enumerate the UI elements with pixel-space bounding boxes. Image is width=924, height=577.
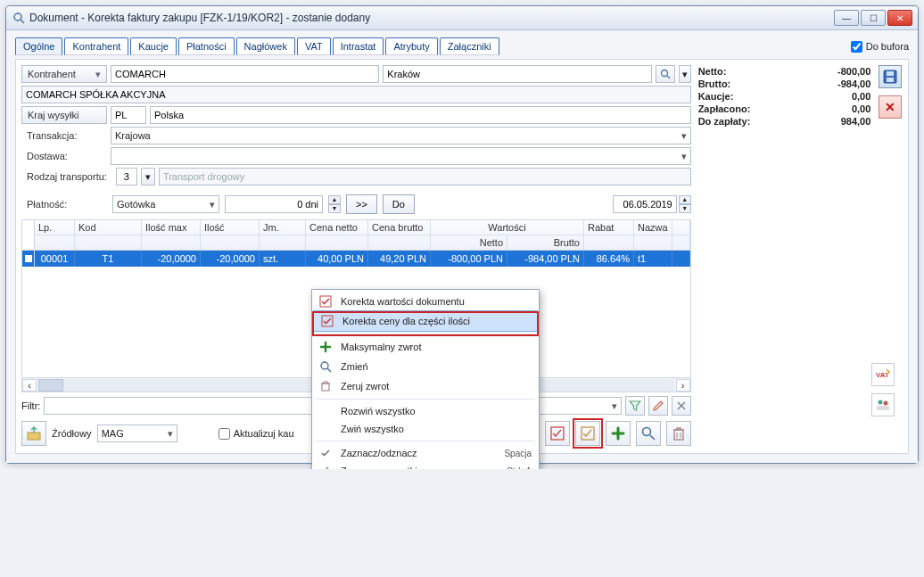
col-jm[interactable]: Jm. — [260, 220, 306, 235]
cell-wb: -984,00 PLN — [507, 251, 584, 267]
minimize-button[interactable]: — — [834, 10, 859, 26]
toolbar-btn-3-highlighted[interactable] — [575, 421, 600, 446]
ctx-zaznacz-shortcut: Spacja — [504, 449, 532, 458]
col-cena-brutto[interactable]: Cena brutto — [368, 220, 431, 235]
check-icon — [319, 315, 335, 327]
ctx-rozwin[interactable]: Rozwiń wszystko — [312, 402, 539, 420]
col-wart-brutto[interactable]: Brutto — [507, 235, 584, 250]
scroll-thumb[interactable] — [38, 379, 63, 392]
search-button[interactable] — [636, 421, 661, 446]
maximize-button[interactable]: ☐ — [861, 10, 886, 26]
app-window: Dokument - Korekta faktury zakupu [FZK-1… — [5, 5, 919, 464]
tab-kaucje[interactable]: Kaucje — [130, 37, 177, 55]
ctx-zaznacz[interactable]: Zaznacz/odznacz Spacja — [312, 444, 539, 462]
cancel-button[interactable]: ✕ — [879, 95, 902, 119]
rodzaj-dropdown-button[interactable]: ▾ — [141, 168, 155, 185]
svg-rect-4 — [28, 433, 40, 440]
tab-intrastat[interactable]: Intrastat — [333, 37, 384, 55]
cell-wn: -800,00 PLN — [431, 251, 507, 267]
kontrahent-search-button[interactable] — [656, 65, 675, 83]
col-wart-netto[interactable]: Netto — [431, 235, 507, 250]
save-button[interactable] — [879, 65, 902, 88]
grid-row-1[interactable]: 00001 T1 -20,0000 -20,0000 szt. 40,00 PL… — [22, 251, 690, 267]
svg-line-23 — [327, 368, 331, 372]
people-side-button[interactable] — [871, 393, 895, 416]
ctx-zmien-label: Zmień — [341, 361, 368, 372]
svg-point-2 — [661, 70, 667, 77]
tab-naglowek[interactable]: Nagłówek — [236, 37, 295, 55]
col-kod[interactable]: Kod — [75, 220, 142, 235]
export-button[interactable] — [21, 421, 46, 446]
ctx-zwin[interactable]: Zwiń wszystko — [312, 420, 539, 438]
ctx-zeruj[interactable]: Zeruj zwrot — [312, 376, 539, 396]
date-spinner[interactable]: ▲▼ — [679, 195, 691, 213]
scroll-left[interactable]: ‹ — [22, 379, 37, 392]
delete-button[interactable] — [666, 421, 691, 446]
ctx-maks-zwrot-label: Maksymalny zwrot — [341, 342, 421, 352]
date-input[interactable] — [613, 195, 677, 213]
ctx-zmien[interactable]: Zmień — [312, 357, 539, 376]
tab-vat[interactable]: VAT — [297, 37, 331, 55]
tab-kontrahent[interactable]: Kontrahent — [64, 37, 128, 55]
totals-dozaplaty-value: 984,00 — [841, 116, 871, 127]
totals-zaplacono-value: 0,00 — [852, 103, 870, 114]
add-button[interactable] — [606, 421, 631, 446]
kontrahent-city-input[interactable] — [383, 65, 651, 83]
do-bufora-label: Do bufora — [866, 41, 909, 52]
cell-rabat: 86.64% — [584, 251, 634, 267]
ctx-korekta-wartosci[interactable]: Korekta wartości dokumentu — [312, 292, 539, 311]
col-cena-netto[interactable]: Cena netto — [306, 220, 368, 235]
cell-nazwa: t1 — [634, 251, 672, 267]
tab-ogolne[interactable]: Ogólne — [15, 37, 62, 55]
scroll-right[interactable]: › — [676, 379, 690, 392]
next-button[interactable]: >> — [346, 194, 377, 214]
filter-build-button[interactable] — [672, 396, 691, 416]
do-button[interactable]: Do — [383, 194, 415, 214]
col-nazwa[interactable]: Nazwa — [634, 220, 672, 235]
mag-dropdown[interactable]: MAG▾ — [97, 425, 177, 442]
col-imax[interactable]: Ilość max — [142, 220, 201, 235]
aktualizuj-checkbox[interactable] — [219, 428, 230, 440]
platnosc-dni-input[interactable] — [225, 195, 323, 213]
row-selector[interactable] — [22, 251, 35, 267]
totals-kaucje-label: Kaucje: — [698, 91, 734, 102]
tab-zalaczniki[interactable]: Załączniki — [440, 37, 499, 55]
do-bufora-check[interactable]: Do bufora — [851, 41, 909, 53]
svg-text:VAT: VAT — [876, 371, 889, 379]
ctx-zaznacz-wszystkie[interactable]: Zaznacz wszystkie Ctrl+A — [312, 462, 539, 469]
filter-funnel-button[interactable] — [625, 396, 645, 416]
kontrahent-name-input[interactable] — [111, 65, 379, 83]
kontrahent-dropdown-button[interactable]: ▾ — [679, 65, 691, 83]
ctx-zwin-label: Zwiń wszystko — [341, 424, 404, 434]
filter-edit-button[interactable] — [648, 396, 668, 416]
svg-rect-13 — [887, 71, 894, 76]
do-bufora-checkbox[interactable] — [851, 41, 862, 53]
aktualizuj-check[interactable]: Aktualizuj kau — [219, 428, 294, 440]
kraj-name-input[interactable] — [150, 106, 691, 124]
kontrahent-picker-button[interactable]: Kontrahent ▾ — [21, 65, 107, 83]
tab-atrybuty[interactable]: Atrybuty — [385, 37, 437, 55]
transakcja-dropdown[interactable]: Krajowa ▾ — [111, 127, 691, 144]
col-lp[interactable]: Lp. — [35, 220, 75, 235]
kraj-code-input[interactable] — [111, 106, 146, 124]
svg-rect-18 — [877, 406, 889, 410]
ctx-korekta-ceny[interactable]: Korekta ceny dla części ilości — [313, 310, 538, 332]
dni-spinner[interactable]: ▲▼ — [328, 195, 341, 213]
tab-platnosci[interactable]: Płatności — [178, 37, 235, 55]
close-button[interactable]: ✕ — [887, 10, 912, 26]
svg-point-0 — [14, 13, 21, 21]
toolbar-btn-2[interactable] — [545, 421, 570, 446]
vat-side-button[interactable]: VAT — [871, 363, 895, 386]
col-rabat[interactable]: Rabat — [584, 220, 634, 235]
ctx-maks-zwrot[interactable]: Maksymalny zwrot — [312, 337, 539, 357]
svg-point-22 — [321, 362, 328, 369]
check-all-icon — [318, 466, 334, 469]
platnosc-dropdown[interactable]: Gotówka ▾ — [112, 195, 219, 213]
kraj-picker-button[interactable]: Kraj wysyłki — [21, 106, 107, 124]
rodzaj-code-input[interactable] — [116, 168, 137, 185]
ctx-korekta-ceny-label: Korekta ceny dla części ilości — [342, 316, 470, 326]
kontrahent-picker-label: Kontrahent — [28, 69, 76, 79]
col-ilosc[interactable]: Ilość — [201, 220, 260, 235]
context-menu: Korekta wartości dokumentu Korekta ceny … — [311, 289, 540, 469]
dostawa-dropdown[interactable]: ▾ — [111, 147, 691, 165]
